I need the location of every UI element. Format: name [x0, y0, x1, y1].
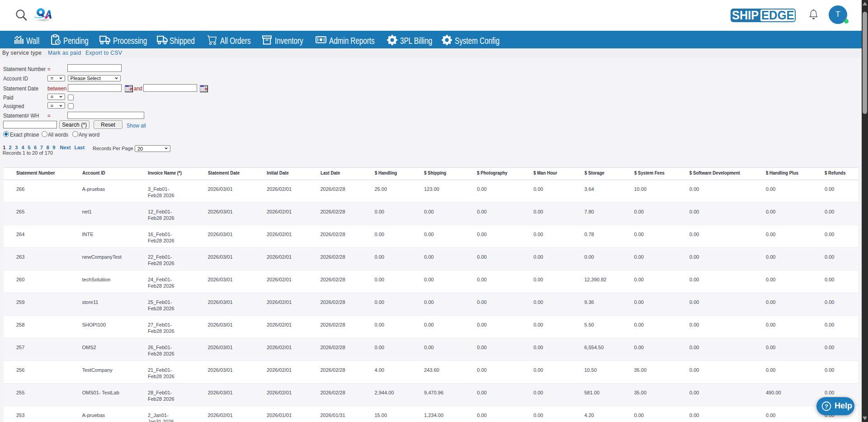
svg-text:?: ?: [825, 403, 828, 410]
